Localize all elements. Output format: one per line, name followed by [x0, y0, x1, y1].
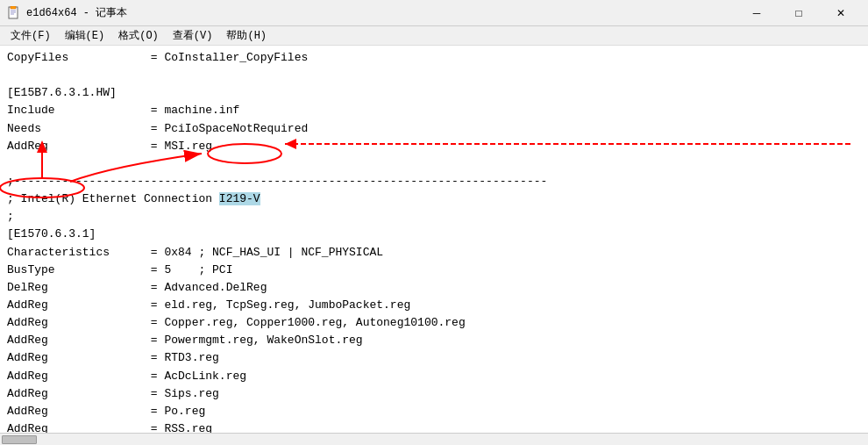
scrollbar-horizontal[interactable]: [0, 433, 868, 445]
title-bar: e1d64x64 - 记事本 ─ □ ✕: [0, 0, 868, 26]
scrollbar-thumb[interactable]: [2, 435, 37, 444]
title-bar-controls: ─ □ ✕: [736, 0, 861, 26]
svg-rect-1: [11, 6, 16, 9]
close-button[interactable]: ✕: [821, 0, 861, 26]
maximize-button[interactable]: □: [779, 0, 819, 26]
menu-file[interactable]: 文件(F): [4, 26, 58, 45]
menu-help[interactable]: 帮助(H): [219, 26, 274, 45]
notepad-icon: [7, 6, 21, 20]
minimize-button[interactable]: ─: [736, 0, 777, 26]
menu-view[interactable]: 查看(V): [166, 26, 220, 45]
menu-bar: 文件(F) 编辑(E) 格式(O) 查看(V) 帮助(H): [0, 26, 868, 46]
menu-format[interactable]: 格式(O): [111, 26, 166, 45]
window-title: e1d64x64 - 记事本: [26, 5, 127, 20]
menu-edit[interactable]: 编辑(E): [58, 26, 112, 45]
title-bar-left: e1d64x64 - 记事本: [7, 5, 127, 20]
text-content: CopyFiles = CoInstaller_CopyFiles [E15B7…: [7, 49, 861, 433]
content-area[interactable]: CopyFiles = CoInstaller_CopyFiles [E15B7…: [0, 46, 868, 433]
